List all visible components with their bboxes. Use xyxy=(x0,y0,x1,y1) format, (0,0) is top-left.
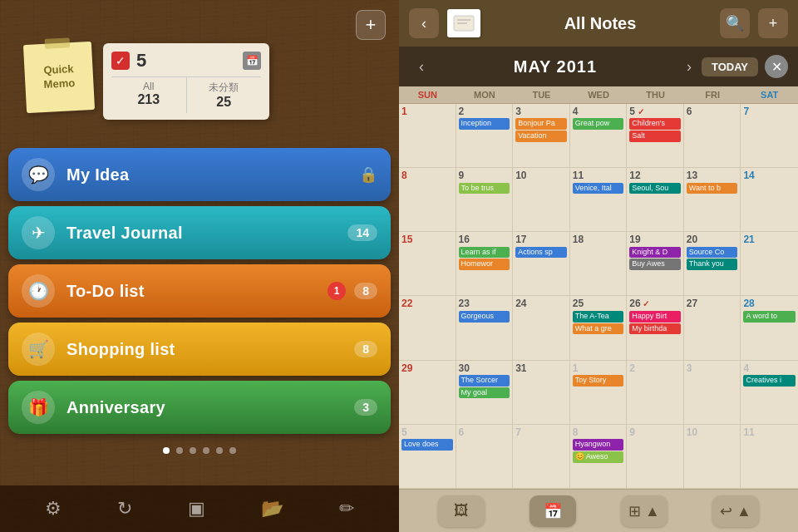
calendar-event[interactable]: Thank you xyxy=(687,259,738,270)
calendar-event[interactable]: Gorgeous xyxy=(459,311,510,323)
calendar-cell[interactable]: 1Toy Story xyxy=(570,361,628,424)
calendar-event[interactable]: Learn as if xyxy=(459,247,510,259)
undo-button[interactable]: ↩ ▲ xyxy=(712,495,759,527)
tablet-button[interactable]: ▣ xyxy=(188,498,205,520)
calendar-cell[interactable]: 5Love does xyxy=(399,425,456,488)
calendar-event[interactable]: To be trus xyxy=(459,183,510,195)
calendar-cell[interactable]: 4Great pow xyxy=(570,104,628,167)
calendar-event[interactable]: Creatives i xyxy=(743,375,796,387)
folder-travel-journal[interactable]: ✈ Travel Journal 14 xyxy=(8,206,391,259)
calendar-cell[interactable]: 25The A-TeaWhat a gre xyxy=(570,296,628,359)
calendar-event[interactable]: Knight & D xyxy=(629,247,681,259)
calendar-cell[interactable]: 22 xyxy=(399,296,456,359)
dot-1[interactable] xyxy=(163,447,170,454)
today-button[interactable]: TODAY xyxy=(702,57,758,76)
back-button[interactable]: ‹ xyxy=(409,8,439,38)
calendar-event[interactable]: Homewor xyxy=(459,259,510,270)
calendar-cell[interactable]: 15 xyxy=(399,232,456,295)
calendar-cell[interactable]: 23Gorgeous xyxy=(456,296,514,359)
calendar-event[interactable]: 😊 Aweso xyxy=(573,451,624,463)
calendar-event[interactable]: Children's xyxy=(629,118,681,130)
calendar-cell[interactable]: 30The SorcerMy goal xyxy=(456,361,514,424)
calendar-cell[interactable]: 3 xyxy=(684,361,741,424)
next-month-button[interactable]: › xyxy=(677,54,702,79)
calendar-event[interactable]: Love does xyxy=(401,439,453,451)
calendar-cell[interactable]: 11Venice, Ital xyxy=(570,168,628,231)
new-note-button[interactable]: ✏ xyxy=(339,498,354,520)
folder-todo-list[interactable]: 🕐 To-Do list 1 8 xyxy=(8,264,391,318)
calendar-cell[interactable]: 17Actions sp xyxy=(513,232,570,295)
dot-2[interactable] xyxy=(176,447,183,454)
folder-my-idea[interactable]: 💬 My Idea 🔒 xyxy=(8,148,391,201)
dot-5[interactable] xyxy=(216,447,223,454)
calendar-cell[interactable]: 28A word to xyxy=(741,296,798,359)
add-note-button[interactable]: + xyxy=(356,10,386,40)
calendar-cell[interactable]: 4Creatives i xyxy=(741,361,798,424)
calendar-event[interactable]: Buy Awes xyxy=(629,259,681,270)
calendar-cell[interactable]: 10 xyxy=(513,168,570,231)
calendar-cell[interactable]: 14 xyxy=(741,168,798,231)
calendar-event[interactable]: Salt xyxy=(629,131,681,142)
calendar-event[interactable]: My goal xyxy=(459,387,510,399)
calendar-cell[interactable]: 31 xyxy=(513,361,570,424)
calendar-cell[interactable]: 9To be trus xyxy=(456,168,514,231)
calendar-event[interactable]: My birthda xyxy=(629,323,681,335)
calendar-event[interactable]: The A-Tea xyxy=(573,311,624,323)
calendar-cell[interactable]: 8 xyxy=(399,168,456,231)
dot-4[interactable] xyxy=(203,447,209,454)
calendar-cell[interactable]: 20Source CoThank you xyxy=(684,232,741,295)
export-button[interactable]: 📂 xyxy=(261,498,283,520)
folder-anniversary[interactable]: 🎁 Anniversary 3 xyxy=(8,381,391,434)
calendar-event[interactable]: Want to b xyxy=(687,183,738,195)
calendar-event[interactable]: Seoul, Sou xyxy=(629,183,681,195)
calendar-cell[interactable]: 27 xyxy=(684,296,741,359)
add-right-button[interactable]: + xyxy=(758,8,788,38)
calendar-event[interactable]: Venice, Ital xyxy=(573,183,624,195)
dot-6[interactable] xyxy=(229,447,236,454)
calendar-event[interactable]: Happy Birt xyxy=(629,311,681,323)
calendar-cell[interactable]: 10 xyxy=(684,425,741,488)
calendar-event[interactable]: Toy Story xyxy=(573,375,624,387)
calendar-event[interactable]: Hyangwon xyxy=(573,439,624,451)
calendar-cell[interactable]: 19Knight & DBuy Awes xyxy=(627,232,684,295)
photo-view-button[interactable]: 🖼 xyxy=(438,495,485,527)
calendar-cell[interactable]: 26Happy BirtMy birthda xyxy=(627,296,684,359)
calendar-cell[interactable]: 8Hyangwon😊 Aweso xyxy=(570,425,628,488)
prev-month-button[interactable]: ‹ xyxy=(409,54,434,79)
settings-button[interactable]: ⚙ xyxy=(45,498,62,520)
search-button[interactable]: 🔍 xyxy=(720,8,750,38)
calendar-cell[interactable]: 7 xyxy=(741,104,798,167)
calendar-cell[interactable]: 2Inception xyxy=(456,104,514,167)
calendar-event[interactable]: Great pow xyxy=(573,118,624,130)
calendar-view-button[interactable]: 📅 xyxy=(530,495,576,527)
quick-memo-note[interactable]: QuickMemo xyxy=(23,42,95,113)
calendar-event[interactable]: Actions sp xyxy=(515,247,567,259)
calendar-event[interactable]: Bonjour Pa xyxy=(515,118,567,130)
sync-button[interactable]: ↻ xyxy=(117,498,132,520)
calendar-cell[interactable]: 7 xyxy=(513,425,570,488)
calendar-cell[interactable]: 2 xyxy=(627,361,684,424)
calendar-event[interactable]: Vacation xyxy=(515,131,567,142)
calendar-event[interactable]: What a gre xyxy=(573,323,624,335)
all-notes-col[interactable]: All 213 xyxy=(111,77,187,113)
dot-3[interactable] xyxy=(190,447,196,454)
calendar-event[interactable]: The Sorcer xyxy=(459,375,510,387)
calendar-event[interactable]: Source Co xyxy=(687,247,738,259)
calendar-cell[interactable]: 5Children'sSalt xyxy=(627,104,684,167)
grid-view-button[interactable]: ⊞ ▲ xyxy=(621,495,667,527)
calendar-event[interactable]: A word to xyxy=(743,311,796,323)
calendar-cell[interactable]: 3Bonjour PaVacation xyxy=(513,104,570,167)
calendar-cell[interactable]: 13Want to b xyxy=(684,168,741,231)
calendar-cell[interactable]: 12Seoul, Sou xyxy=(627,168,684,231)
uncategorized-col[interactable]: 未分類 25 xyxy=(187,77,262,113)
calendar-cell[interactable]: 24 xyxy=(513,296,570,359)
calendar-cell[interactable]: 11 xyxy=(741,425,798,488)
calendar-cell[interactable]: 21 xyxy=(741,232,798,295)
calendar-event[interactable]: Inception xyxy=(459,118,510,130)
close-calendar-button[interactable]: ✕ xyxy=(765,55,788,78)
folder-shopping-list[interactable]: 🛒 Shopping list 8 xyxy=(8,323,391,376)
calendar-cell[interactable]: 6 xyxy=(684,104,741,167)
calendar-cell[interactable]: 1 xyxy=(399,104,456,167)
calendar-cell[interactable]: 9 xyxy=(627,425,684,488)
calendar-cell[interactable]: 29 xyxy=(399,361,456,424)
